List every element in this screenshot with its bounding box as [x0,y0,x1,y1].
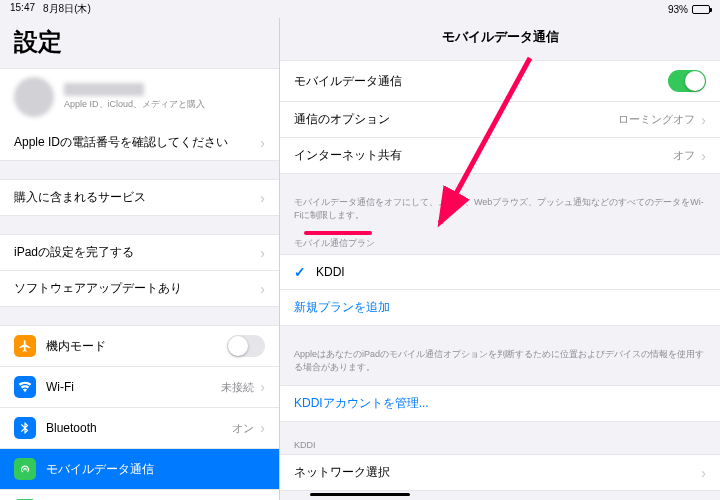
software-update-row[interactable]: ソフトウェアアップデートあり › [0,271,279,306]
status-bar: 15:47 8月8日(木) 93% [0,0,720,18]
cellular-data-row[interactable]: モバイルデータ通信 [280,61,720,102]
battery-icon [692,5,710,14]
verify-phone-row[interactable]: Apple IDの電話番号を確認してください › [0,125,279,160]
kddi-section-header: KDDI [280,440,720,454]
airplane-mode-row[interactable]: 機内モード [0,326,279,367]
airplane-toggle[interactable] [227,335,265,357]
chevron-right-icon: › [260,420,265,436]
checkmark-icon: ✓ [294,264,306,280]
chevron-right-icon: › [260,190,265,206]
manage-account-row[interactable]: KDDIアカウントを管理... [280,386,720,421]
apple-id-row[interactable]: Apple ID、iCloud、メディアと購入 [0,69,279,125]
chevron-right-icon: › [260,245,265,261]
main-panel: モバイルデータ通信 モバイルデータ通信 通信のオプション ローミングオフ › イ… [280,18,720,500]
sidebar: 設定 Apple ID、iCloud、メディアと購入 Apple IDの電話番号… [0,18,280,500]
included-services-row[interactable]: 購入に含まれるサービス › [0,180,279,215]
chevron-right-icon: › [260,135,265,151]
network-selection-row[interactable]: ネットワーク選択 › [280,455,720,490]
avatar [14,77,54,117]
chevron-right-icon: › [260,281,265,297]
plan-section-header: モバイル通信プラン [280,237,720,254]
cellular-data-toggle[interactable] [668,70,706,92]
cellular-row[interactable]: モバイルデータ通信 [0,449,279,490]
finish-setup-row[interactable]: iPadの設定を完了する › [0,235,279,271]
cellular-options-row[interactable]: 通信のオプション ローミングオフ › [280,102,720,138]
profile-name [64,83,144,96]
status-date: 8月8日(木) [43,2,91,16]
chevron-right-icon: › [701,465,706,481]
battery-percent: 93% [668,4,688,15]
cellular-icon [14,458,36,480]
settings-title: 設定 [0,18,279,68]
hotspot-row[interactable]: インターネット共有 オフ › [0,490,279,500]
chevron-right-icon: › [701,112,706,128]
internet-sharing-row[interactable]: インターネット共有 オフ › [280,138,720,173]
plan-footer: AppleはあなたのiPadのモバイル通信オプションを判断するために位置およびデ… [280,344,720,385]
page-title: モバイルデータ通信 [280,18,720,60]
annotation-underline [304,231,372,235]
chevron-right-icon: › [260,379,265,395]
chevron-right-icon: › [701,148,706,164]
bluetooth-icon [14,417,36,439]
profile-subtitle: Apple ID、iCloud、メディアと購入 [64,98,265,111]
cellular-footer: モバイルデータ通信をオフにして、メール、Webブラウズ、プッシュ通知などのすべて… [280,192,720,233]
status-time: 15:47 [10,2,35,16]
bluetooth-row[interactable]: Bluetooth オン › [0,408,279,449]
plan-kddi-row[interactable]: ✓ KDDI [280,255,720,290]
wifi-row[interactable]: Wi-Fi 未接続 › [0,367,279,408]
wifi-icon [14,376,36,398]
airplane-icon [14,335,36,357]
add-plan-row[interactable]: 新規プランを追加 [280,290,720,325]
home-indicator[interactable] [310,493,410,496]
